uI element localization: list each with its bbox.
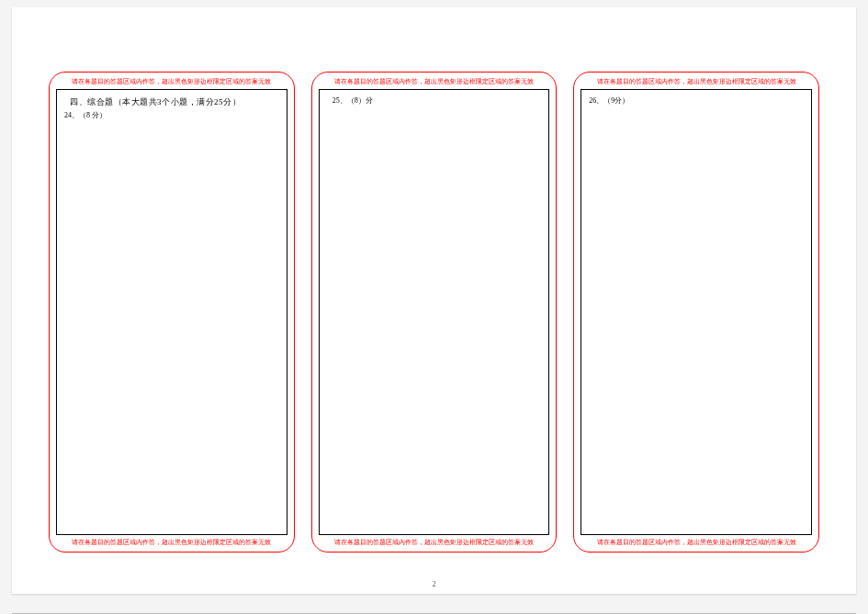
answer-sheet-page: 请在各题目的答题区域内作答，超出黑色矩形边框限定区域的答案无效 四、综合题（本大… [12,7,856,594]
question-label-26: 26、（9分） [589,95,804,106]
boundary-warning-bottom: 请在各题目的答题区域内作答，超出黑色矩形边框限定区域的答案无效 [319,538,550,547]
boundary-warning-bottom: 请在各题目的答题区域内作答，超出黑色矩形边框限定区域的答案无效 [581,538,812,547]
panel-row: 请在各题目的答题区域内作答，超出黑色矩形边框限定区域的答案无效 四、综合题（本大… [49,72,819,553]
boundary-warning-bottom: 请在各题目的答题区域内作答，超出黑色矩形边框限定区域的答案无效 [56,538,287,547]
boundary-warning-top: 请在各题目的答题区域内作答，超出黑色矩形边框限定区域的答案无效 [56,77,287,86]
answer-panel-24: 请在各题目的答题区域内作答，超出黑色矩形边框限定区域的答案无效 四、综合题（本大… [49,72,295,553]
answer-area-26[interactable]: 26、（9分） [581,89,812,535]
question-label-24: 24、（8 分） [64,110,279,121]
answer-panel-26: 请在各题目的答题区域内作答，超出黑色矩形边框限定区域的答案无效 26、（9分） … [573,72,819,553]
boundary-warning-top: 请在各题目的答题区域内作答，超出黑色矩形边框限定区域的答案无效 [319,77,550,86]
page-number: 2 [12,580,856,588]
question-label-25: 25、（8）分 [333,95,542,106]
answer-area-25[interactable]: 25、（8）分 [319,89,550,535]
answer-area-24[interactable]: 四、综合题（本大题共3个小题，满分25分） 24、（8 分） [56,89,287,535]
answer-panel-25: 请在各题目的答题区域内作答，超出黑色矩形边框限定区域的答案无效 25、（8）分 … [311,72,558,553]
section-heading: 四、综合题（本大题共3个小题，满分25分） [70,95,279,108]
boundary-warning-top: 请在各题目的答题区域内作答，超出黑色矩形边框限定区域的答案无效 [581,77,812,86]
